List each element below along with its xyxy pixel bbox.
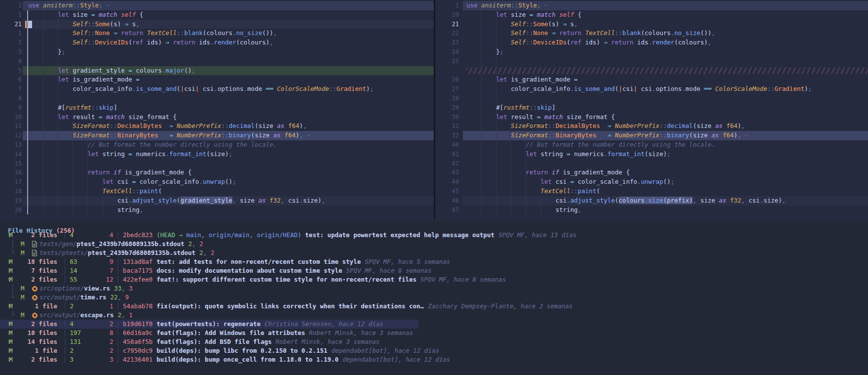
chevron-right-icon[interactable]: > bbox=[0, 346, 9, 355]
column-divider: │ bbox=[60, 320, 70, 329]
commit-row[interactable]: >M7 files│147│baca7175docs: modify docum… bbox=[0, 266, 868, 275]
code-line[interactable]: 46 csi.adjust_style(colours.size(prefix)… bbox=[435, 196, 868, 206]
code-line[interactable]: 30 let result = match size_format { bbox=[435, 113, 868, 122]
file-row[interactable]: └Mtests/ptests/ptest_2439b7d68089135b.st… bbox=[0, 249, 868, 257]
code-line[interactable]: 22 Self::None ⇒ return TextCell::blank(c… bbox=[435, 29, 868, 38]
changed-files-count: 2 files bbox=[20, 231, 57, 240]
chevron-down-icon[interactable]: v bbox=[0, 302, 9, 311]
code-line[interactable]: 2 Self::DeviceIDs(ref ids) ⇒ return ids.… bbox=[0, 38, 434, 47]
commit-author-date: dependabot[bot], hace 12 días bbox=[331, 346, 439, 355]
code-line[interactable]: 40 // But format the number directly usi… bbox=[435, 140, 868, 150]
commit-row[interactable]: vM1 file│21│54abab78fix(output): quote s… bbox=[0, 302, 868, 311]
commit-row[interactable]: vM2 files│5512│422efee0feat!: support di… bbox=[0, 275, 868, 284]
file-row[interactable]: └Msrc/output/escape.rs2, 1 bbox=[0, 311, 868, 320]
line-number: 25 bbox=[435, 57, 459, 66]
diff-pane-old[interactable]: 2use ansiterm::Style; ⋯1 let size = matc… bbox=[0, 0, 434, 219]
code-line[interactable]: 4 bbox=[0, 57, 434, 66]
code-line[interactable]: 28 bbox=[435, 94, 868, 103]
commit-hash: 422efee0 bbox=[123, 275, 152, 284]
code-line[interactable]: 41 let string = numerics.format_int(size… bbox=[435, 150, 868, 159]
indent-guide bbox=[541, 177, 541, 214]
commit-row[interactable]: >M1 file│22│c7950dc9build(deps): bump li… bbox=[0, 346, 868, 355]
file-row[interactable]: │Mtests/gen/ptest_2439b7d68089135b.stdou… bbox=[0, 240, 868, 249]
code-line[interactable]: 8 bbox=[0, 94, 434, 103]
code-line[interactable]: 42 bbox=[435, 159, 868, 168]
commit-row[interactable]: >M14 files│1312│458a6f5bfeat(flags): Add… bbox=[0, 337, 868, 346]
chevron-down-icon[interactable]: v bbox=[0, 231, 9, 240]
column-divider: │ bbox=[113, 337, 123, 346]
commit-row[interactable]: >M2 files│33│42136401build(deps): bump o… bbox=[0, 355, 868, 364]
code-line[interactable]: 24 }; bbox=[435, 47, 868, 57]
code-line[interactable]: 44 let csi = color_scale_info.unwrap(); bbox=[435, 177, 868, 187]
chevron-right-icon[interactable]: > bbox=[0, 257, 9, 266]
commit-row[interactable]: vM2 files│44│2bedc823(HEAD → main, origi… bbox=[0, 231, 868, 240]
additions-count: 63 bbox=[70, 257, 95, 266]
code-line[interactable]: 45 TextCell::paint( bbox=[435, 187, 868, 196]
code-line[interactable]: 21 Self::Some(s) ⇒ s, bbox=[435, 20, 868, 29]
code-line[interactable]: 20 string, bbox=[0, 206, 434, 215]
code-line[interactable]: 10 let result = match size_format { bbox=[0, 113, 434, 122]
file-directory: src/output/ bbox=[39, 293, 80, 302]
code-line[interactable]: 5 let gradient_style = colours.major(); bbox=[0, 66, 434, 76]
code-line[interactable]: 20 let size = match self { bbox=[435, 10, 868, 20]
file-history-panel[interactable]: File History (256) vM2 files│44│2bedc823… bbox=[0, 221, 868, 375]
code-line[interactable]: 26 let is_gradient_mode = bbox=[435, 75, 868, 84]
code-line[interactable]: 19 csi.adjust_style(gradient_style, size… bbox=[0, 196, 434, 206]
line-number: 19 bbox=[0, 196, 22, 206]
chevron-right-icon[interactable]: > bbox=[0, 329, 9, 337]
code-line[interactable] bbox=[435, 66, 868, 76]
commit-author-date: SPQV MF, hace 13 días bbox=[498, 231, 576, 240]
commit-author-date: Christina Sørensen, hace 12 días bbox=[264, 320, 383, 329]
code-line[interactable]: 15 bbox=[0, 159, 434, 168]
file-row[interactable]: │Msrc/options/view.rs33, 3 bbox=[0, 284, 868, 293]
line-number: 28 bbox=[435, 94, 459, 103]
commit-subject: feat(flags): Add BSD file flags bbox=[156, 337, 271, 346]
code-line[interactable]: 3 }; bbox=[0, 47, 434, 57]
line-number: 20 bbox=[0, 206, 22, 215]
code-line[interactable]: 1 Self::None ⇒ return TextCell::blank(co… bbox=[0, 29, 434, 38]
indent-guide bbox=[58, 10, 58, 215]
code-line[interactable]: 18 TextCell::paint( bbox=[0, 187, 434, 196]
chevron-down-icon[interactable]: v bbox=[0, 275, 9, 284]
chevron-right-icon[interactable]: > bbox=[0, 266, 9, 275]
code-line[interactable]: 13 // But format the number directly usi… bbox=[0, 140, 434, 150]
additions-count: 4 bbox=[70, 231, 95, 240]
text-cursor[interactable] bbox=[28, 21, 32, 28]
file-name: ptest_2439b7d68089135b.stdout bbox=[76, 240, 184, 249]
code-text: let string = numerics.format_int(size); bbox=[466, 150, 671, 159]
file-additions: 2 bbox=[189, 240, 192, 249]
code-line[interactable]: 12 SizeFormat::BinaryBytes ⇒ NumberPrefi… bbox=[0, 131, 434, 140]
file-status-badge: M bbox=[21, 240, 32, 249]
commit-row[interactable]: >M10 files│1978│66d16a9cfeat(flags): Add… bbox=[0, 329, 868, 337]
code-line[interactable]: 29 #[rustfmt::skip] bbox=[435, 103, 868, 113]
code-line[interactable]: 31 SizeFormat::DecimalBytes ⇒ NumberPref… bbox=[435, 122, 868, 131]
line-number: 2 bbox=[0, 1, 22, 10]
code-line[interactable]: 23 Self::DeviceIDs(ref ids) ⇒ return ids… bbox=[435, 38, 868, 47]
code-line[interactable]: 21 Self::Some(s) ⇒ s, bbox=[0, 20, 434, 29]
column-divider: │ bbox=[113, 355, 123, 364]
code-text: TextCell::paint( bbox=[28, 187, 162, 196]
code-line[interactable]: 16 return if is_gradient_mode { bbox=[0, 168, 434, 177]
code-line[interactable]: 43 return if is_gradient_mode { bbox=[435, 168, 868, 177]
code-line[interactable]: 17 let csi = color_scale_info.unwrap(); bbox=[0, 177, 434, 187]
code-line[interactable]: 25 bbox=[435, 57, 868, 66]
code-line[interactable]: 6 let is_gradient_mode = bbox=[0, 75, 434, 84]
code-line[interactable]: 1 let size = match self { bbox=[0, 10, 434, 20]
code-line[interactable]: 2use ansiterm::Style; ⋯ bbox=[0, 1, 434, 10]
chevron-right-icon[interactable]: > bbox=[0, 337, 9, 346]
code-line[interactable]: 11 SizeFormat::DecimalBytes ⇒ NumberPref… bbox=[0, 122, 434, 131]
code-line[interactable]: 32 SizeFormat::BinaryBytes ⇒ NumberPrefi… bbox=[435, 131, 868, 140]
code-line[interactable]: 14 let string = numerics.format_int(size… bbox=[0, 150, 434, 159]
code-line[interactable]: 9 #[rustfmt::skip] bbox=[0, 103, 434, 113]
commit-row[interactable]: >M18 files│639│131ad8aftest: add tests f… bbox=[0, 257, 868, 266]
code-line[interactable]: 47 string, bbox=[435, 206, 868, 215]
code-line[interactable]: 1use ansiterm::Style; ⋯ bbox=[435, 1, 868, 10]
commit-row[interactable]: >M2 files│42│b19d61f0test(powertests): r… bbox=[0, 320, 868, 329]
chevron-right-icon[interactable]: > bbox=[0, 320, 9, 329]
code-line[interactable]: 7 color_scale_info.is_some_and(|csi| csi… bbox=[0, 84, 434, 94]
code-line[interactable]: 27 color_scale_info.is_some_and(|csi| cs… bbox=[435, 84, 868, 94]
file-row[interactable]: └Msrc/output/time.rs22, 9 bbox=[0, 293, 868, 302]
diff-pane-new[interactable]: 1use ansiterm::Style; ⋯20 let size = mat… bbox=[435, 0, 868, 219]
chevron-right-icon[interactable]: > bbox=[0, 355, 9, 364]
rust-file-icon bbox=[32, 312, 39, 319]
